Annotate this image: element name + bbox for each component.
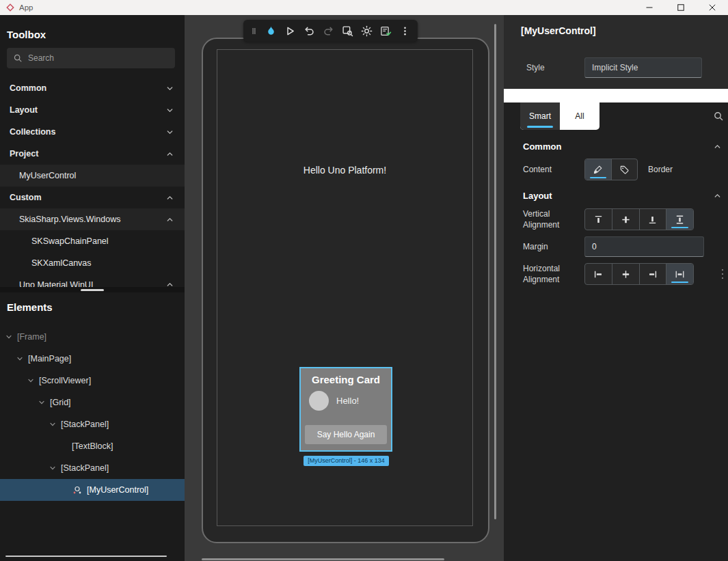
maximize-icon xyxy=(677,4,684,11)
section-layout[interactable]: Layout xyxy=(504,185,728,206)
properties-search-icon[interactable] xyxy=(713,111,724,122)
stretch-horizontal-icon xyxy=(675,269,685,279)
app-logo-icon xyxy=(5,3,15,12)
halign-center-button[interactable] xyxy=(612,264,640,284)
toolbox-section-project[interactable]: Project xyxy=(0,143,185,165)
horizontal-alignment-label: Horizontal Alignment xyxy=(523,264,569,286)
toolbox-panel: Toolbox Common Layout Collections Projec… xyxy=(0,15,185,561)
valign-bottom-button[interactable] xyxy=(640,209,667,230)
valign-center-button[interactable] xyxy=(612,209,640,230)
device-frame: Hello Uno Platform! Greeting Card Hello!… xyxy=(202,38,489,543)
myusercontrol-selection[interactable]: Greeting Card Hello! Say Hello Again xyxy=(299,367,392,452)
tab-smart[interactable]: Smart xyxy=(520,102,560,130)
maximize-button[interactable] xyxy=(665,0,697,15)
content-tag-button[interactable] xyxy=(612,159,638,180)
align-vcenter-icon xyxy=(621,215,631,225)
tag-icon xyxy=(619,165,630,175)
valign-stretch-button[interactable] xyxy=(666,209,693,230)
margin-input[interactable] xyxy=(584,236,704,257)
theme-sun-icon[interactable] xyxy=(361,25,373,37)
chevron-down-icon xyxy=(166,85,174,92)
chevron-down-icon xyxy=(5,333,12,340)
element-myusercontrol[interactable]: [MyUserControl] xyxy=(0,479,185,501)
element-picker-icon[interactable] xyxy=(342,25,353,37)
toolbox-search xyxy=(7,48,175,68)
play-icon[interactable] xyxy=(284,25,296,37)
element-label: [TextBlock] xyxy=(72,441,113,451)
grip-icon[interactable] xyxy=(250,25,258,37)
align-top-icon xyxy=(593,215,604,225)
toolbox-item-skswapchainpanel[interactable]: SKSwapChainPanel xyxy=(0,230,185,252)
horizontal-scrollbar[interactable] xyxy=(202,558,444,560)
element-stackpanel-2[interactable]: [StackPanel] xyxy=(0,457,185,479)
halign-left-button[interactable] xyxy=(585,264,612,284)
more-kebab-icon[interactable] xyxy=(399,25,411,37)
minimize-button[interactable] xyxy=(634,0,665,15)
toolbox-group-label: Uno Material WinUI xyxy=(19,280,93,287)
element-grid[interactable]: [Grid] xyxy=(0,392,185,413)
margin-label: Margin xyxy=(523,242,548,253)
content-brush-button[interactable] xyxy=(585,159,612,180)
section-common[interactable]: Common xyxy=(504,136,728,156)
window-controls xyxy=(634,0,728,15)
toolbox-section-custom[interactable]: Custom xyxy=(0,187,185,208)
toolbox-item-label: SKXamlCanvas xyxy=(31,258,92,268)
panel-splitter[interactable] xyxy=(0,287,185,292)
element-textblock[interactable]: [TextBlock] xyxy=(0,435,185,457)
selection-size-badge: [MyUserControl] - 146 x 134 xyxy=(304,456,389,466)
element-scrollviewer[interactable]: [ScrollViewer] xyxy=(0,370,185,392)
element-mainpage[interactable]: [MainPage] xyxy=(0,348,185,370)
section-label: Layout xyxy=(10,105,38,115)
toolbox-group-uno-material[interactable]: Uno Material WinUI xyxy=(0,274,185,287)
chevron-down-icon xyxy=(27,377,34,384)
section-title: Common xyxy=(523,141,561,152)
tab-all[interactable]: All xyxy=(560,102,599,130)
chevron-down-icon xyxy=(16,355,23,362)
chevron-down-icon xyxy=(38,399,45,406)
properties-header: [MyUserControl] Style xyxy=(504,15,728,89)
content-property-row: Content Border xyxy=(504,159,728,180)
chevron-down-icon xyxy=(49,465,56,471)
toolbox-item-label: MyUserControl xyxy=(19,171,76,180)
chevron-up-icon xyxy=(166,194,174,202)
ellipse-shape[interactable] xyxy=(309,391,329,411)
border-label: Border xyxy=(648,165,673,176)
element-stackpanel-1[interactable]: [StackPanel] xyxy=(0,413,185,435)
chevron-up-icon xyxy=(166,150,174,158)
toolbox-group-skiasharp[interactable]: SkiaSharp.Views.Windows xyxy=(0,208,185,230)
textblock-hello[interactable]: Hello Uno Platform! xyxy=(217,165,472,176)
design-canvas: Hello Uno Platform! Greeting Card Hello!… xyxy=(185,15,504,561)
toolbox-item-myusercontrol[interactable]: MyUserControl xyxy=(0,165,185,187)
section-label: Common xyxy=(10,83,46,93)
chevron-up-icon xyxy=(166,281,174,287)
form-check-icon[interactable] xyxy=(380,25,392,37)
row-more-kebab-icon[interactable] xyxy=(718,268,727,280)
bottom-splitter[interactable] xyxy=(5,556,167,557)
element-label: [Frame] xyxy=(17,332,46,342)
halign-stretch-button[interactable] xyxy=(666,264,693,284)
element-frame[interactable]: [Frame] xyxy=(0,326,185,348)
card-title[interactable]: Greeting Card xyxy=(301,374,391,385)
horizontal-alignment-row: Horizontal Alignment xyxy=(504,263,728,285)
redo-icon[interactable] xyxy=(323,25,334,37)
greeting-text[interactable]: Hello! xyxy=(336,396,359,406)
chevron-down-icon xyxy=(166,128,174,136)
hot-reload-flame-icon[interactable] xyxy=(265,25,277,37)
toolbox-item-skxamlcanvas[interactable]: SKXamlCanvas xyxy=(0,252,185,274)
close-button[interactable] xyxy=(697,0,728,15)
valign-top-button[interactable] xyxy=(585,209,612,230)
toolbox-search-input[interactable] xyxy=(28,53,169,63)
brush-icon xyxy=(593,165,603,175)
style-input[interactable] xyxy=(584,57,702,78)
toolbox-section-collections[interactable]: Collections xyxy=(0,121,185,143)
vertical-scrollbar[interactable] xyxy=(494,24,496,519)
undo-icon[interactable] xyxy=(304,25,315,37)
toolbox-section-common[interactable]: Common xyxy=(0,77,185,99)
vertical-alignment-row: Vertical Alignment xyxy=(504,208,728,230)
toolbox-section-layout[interactable]: Layout xyxy=(0,99,185,121)
say-hello-again-button[interactable]: Say Hello Again xyxy=(305,425,387,444)
align-left-icon xyxy=(593,269,604,279)
app-title: App xyxy=(19,3,33,12)
elements-title: Elements xyxy=(7,301,53,313)
halign-right-button[interactable] xyxy=(640,264,667,284)
